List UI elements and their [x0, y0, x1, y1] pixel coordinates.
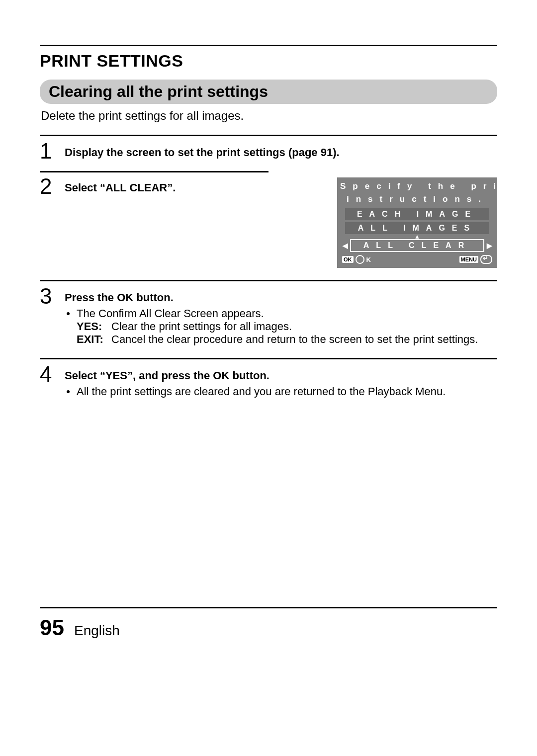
left-arrow-icon: ◀: [342, 242, 348, 250]
lcd-option: EACH IMAGE: [345, 208, 489, 220]
step-number: 4: [40, 363, 58, 385]
step-1: 1 Display the screen to set the print se…: [40, 140, 497, 162]
step-separator: [40, 358, 497, 359]
lcd-option-text: ALL CLEAR: [363, 241, 471, 250]
lcd-title-line: Specify the print: [340, 180, 494, 193]
menu-indicator: MENU: [459, 255, 492, 264]
bullet-icon: •: [65, 385, 72, 398]
step-title: Press the OK button.: [65, 291, 497, 304]
step-3: 3 Press the OK button. • The Confirm All…: [40, 285, 497, 346]
def-label: YES:: [77, 320, 107, 333]
ok-indicator: OK K: [342, 255, 371, 264]
step-separator: [40, 280, 497, 281]
lcd-title-line: instructions.: [340, 193, 494, 206]
step-4: 4 Select “YES”, and press the OK button.…: [40, 363, 497, 398]
lcd-text: Specify the print: [340, 181, 525, 191]
step-separator: [40, 171, 268, 172]
bullet-text: All the print settings are cleared and y…: [77, 385, 446, 398]
lcd-option-text: ALL IMAGES: [358, 224, 476, 232]
def-label: EXIT:: [77, 333, 107, 346]
ok-letter: K: [366, 256, 371, 263]
language-label: English: [74, 623, 120, 639]
page-footer: 95 English: [40, 607, 497, 640]
def-text: Cancel the clear procedure and return to…: [111, 333, 478, 346]
step-title: Display the screen to set the print sett…: [65, 146, 340, 159]
section-intro: Delete the print settings for all images…: [41, 109, 497, 123]
section-heading: Clearing all the print settings: [40, 80, 497, 104]
lcd-option: ALL IMAGES: [345, 222, 489, 234]
def-text: Clear the print settings for all images.: [111, 320, 292, 333]
step-number: 1: [40, 140, 58, 162]
page-number: 95: [40, 615, 64, 640]
step-title: Select “ALL CLEAR”.: [65, 181, 176, 194]
lcd-option-selected: ALL CLEAR: [350, 239, 484, 252]
bullet-icon: •: [65, 307, 72, 320]
menu-badge-box: MENU: [459, 256, 478, 263]
manual-page: PRINT SETTINGS Clearing all the print se…: [0, 0, 537, 670]
step-number: 2: [40, 175, 58, 197]
lcd-selected-row: ◀ ALL CLEAR ▶: [342, 239, 492, 252]
step-2: 2 Select “ALL CLEAR”. Specify the print …: [40, 175, 497, 268]
step-bullets: • The Confirm All Clear Screen appears. …: [65, 307, 497, 346]
lcd-text: instructions.: [347, 194, 488, 204]
return-icon: [480, 255, 492, 264]
step-number: 3: [40, 285, 58, 307]
up-arrow-icon: ▲: [340, 235, 494, 238]
page-header: PRINT SETTINGS: [40, 51, 497, 71]
ok-badge-box: OK: [342, 256, 354, 263]
right-arrow-icon: ▶: [486, 242, 492, 250]
lcd-option-text: EACH IMAGE: [357, 210, 477, 218]
step-title: Select “YES”, and press the OK button.: [65, 369, 497, 382]
bullet-text: The Confirm All Clear Screen appears.: [77, 307, 264, 320]
camera-lcd-screen: Specify the print instructions. EACH IMA…: [337, 177, 497, 268]
step-separator: [40, 135, 497, 136]
ok-circle-icon: [356, 255, 364, 264]
lcd-footer: OK K MENU: [340, 255, 494, 265]
top-rule: [40, 45, 497, 46]
